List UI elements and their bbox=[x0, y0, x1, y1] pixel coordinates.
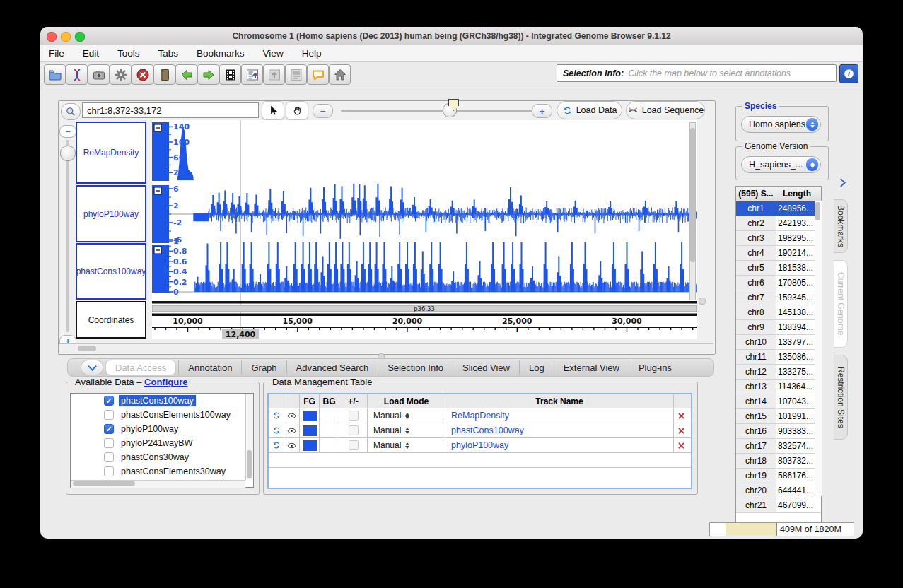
reference-book-button[interactable] bbox=[153, 64, 175, 85]
tab-sliced-view[interactable]: Sliced View bbox=[453, 360, 519, 375]
sequence-table-scrollbar[interactable] bbox=[815, 201, 822, 496]
fg-color-cell[interactable] bbox=[300, 438, 320, 452]
available-data-vscrollbar-thumb[interactable] bbox=[247, 450, 252, 478]
export-disabled-button[interactable] bbox=[263, 64, 285, 85]
track-label-phylop100way[interactable]: phyloP100way bbox=[76, 185, 146, 242]
track-label-remapdensity[interactable]: ReMapDensity bbox=[76, 122, 146, 184]
checkbox[interactable] bbox=[104, 466, 114, 476]
checkbox[interactable] bbox=[104, 452, 114, 462]
delete-track-button[interactable] bbox=[674, 423, 688, 437]
camera-button[interactable] bbox=[88, 64, 110, 85]
sequence-row-chr15[interactable]: chr15101991... bbox=[736, 409, 821, 424]
sequence-row-chr20[interactable]: chr20644441... bbox=[736, 483, 821, 498]
bg-color-cell[interactable] bbox=[320, 438, 339, 452]
refresh-track-button[interactable] bbox=[269, 438, 284, 452]
vertical-zoom-out-button[interactable]: − bbox=[59, 125, 76, 138]
dna-button[interactable] bbox=[66, 64, 88, 85]
load-mode-cell[interactable]: Manual bbox=[368, 408, 445, 423]
vertical-zoom-slider-track[interactable] bbox=[66, 140, 69, 332]
load-data-button[interactable]: Load Data bbox=[557, 101, 622, 119]
refresh-track-button[interactable] bbox=[269, 408, 284, 423]
movie-film-button[interactable] bbox=[219, 64, 241, 85]
checkbox[interactable] bbox=[349, 425, 359, 435]
sequence-row-chr5[interactable]: chr5181538... bbox=[736, 261, 821, 276]
sequence-row-chr13[interactable]: chr13114364... bbox=[736, 380, 821, 394]
range-input[interactable] bbox=[82, 102, 259, 118]
available-data-item[interactable]: phastConsElements100way bbox=[71, 408, 253, 422]
menu-tabs[interactable]: Tabs bbox=[158, 48, 179, 59]
sequence-row-chr16[interactable]: chr16903383... bbox=[736, 424, 821, 439]
stop-button[interactable] bbox=[132, 64, 153, 85]
visibility-toggle[interactable] bbox=[284, 423, 300, 437]
sequence-row-chr1[interactable]: chr1248956... bbox=[736, 201, 821, 216]
checkbox[interactable] bbox=[349, 411, 359, 421]
track-label-coordinates[interactable]: Coordinates bbox=[76, 301, 146, 339]
sequence-row-chr8[interactable]: chr8145138... bbox=[736, 305, 821, 320]
available-data-item[interactable]: phyloP241wayBW bbox=[71, 436, 253, 450]
fg-color-cell[interactable] bbox=[300, 408, 320, 423]
open-file-button[interactable] bbox=[44, 64, 66, 85]
menu-help[interactable]: Help bbox=[302, 48, 322, 59]
sequence-row-chr21[interactable]: chr21467099... bbox=[736, 498, 821, 513]
forward-arrow-button[interactable] bbox=[197, 64, 219, 85]
load-mode-cell[interactable]: Manual bbox=[368, 438, 445, 452]
bg-color-cell[interactable] bbox=[320, 423, 339, 437]
track-name-cell[interactable]: phyloP100way bbox=[445, 438, 674, 452]
plot-horizontal-scrollbar-thumb[interactable] bbox=[78, 346, 96, 351]
tab-data-access[interactable]: Data Access bbox=[106, 360, 175, 375]
sequence-row-chr14[interactable]: chr14107043... bbox=[736, 394, 821, 409]
fg-color-cell[interactable] bbox=[300, 423, 320, 437]
available-data-item[interactable]: phyloP100way bbox=[71, 422, 253, 436]
species-legend[interactable]: Species bbox=[742, 101, 779, 111]
sequence-row-chr12[interactable]: chr12133275... bbox=[736, 365, 821, 380]
splitter-handle[interactable] bbox=[699, 298, 706, 305]
visibility-toggle[interactable] bbox=[284, 438, 300, 452]
checkbox[interactable] bbox=[349, 440, 359, 450]
expand-side-tabs-button[interactable] bbox=[835, 175, 846, 189]
tab-external-view[interactable]: External View bbox=[554, 360, 629, 375]
feedback-bubble-button[interactable] bbox=[307, 64, 329, 85]
sequence-row-chr10[interactable]: chr10133797... bbox=[736, 335, 821, 350]
sequence-row-chr11[interactable]: chr11135086... bbox=[736, 350, 821, 365]
sequence-row-chr19[interactable]: chr19586176... bbox=[736, 469, 821, 483]
menu-file[interactable]: File bbox=[49, 48, 64, 59]
checkbox[interactable] bbox=[104, 424, 114, 434]
preferences-gear-button[interactable] bbox=[110, 64, 132, 85]
checkbox[interactable] bbox=[104, 438, 114, 448]
available-data-item[interactable]: phastCons100way bbox=[71, 394, 253, 408]
track-name-cell[interactable]: ReMapDensity bbox=[445, 408, 674, 423]
zoom-out-button[interactable]: − bbox=[313, 104, 333, 118]
checkbox[interactable] bbox=[104, 396, 114, 406]
available-data-item[interactable]: phastCons30way bbox=[71, 450, 253, 464]
genome-plot[interactable]: 140100602062-2-610.80.60.40.20p36.3310,0… bbox=[152, 120, 697, 339]
species-combobox[interactable]: Homo sapiens bbox=[741, 116, 821, 133]
strand-checkbox-cell[interactable] bbox=[339, 438, 368, 452]
tab-advanced-search[interactable]: Advanced Search bbox=[286, 360, 378, 375]
load-mode-cell[interactable]: Manual bbox=[368, 423, 445, 437]
menu-edit[interactable]: Edit bbox=[83, 48, 99, 59]
sequence-row-chr4[interactable]: chr4190214... bbox=[736, 246, 821, 261]
pan-mode-button[interactable] bbox=[286, 101, 308, 120]
track-name-link[interactable]: phastCons100way bbox=[451, 425, 524, 435]
load-mode-combobox[interactable]: Manual bbox=[368, 425, 445, 435]
collapse-tabs-button[interactable] bbox=[81, 360, 103, 375]
tab-graph[interactable]: Graph bbox=[241, 360, 286, 375]
side-tab-bookmarks[interactable]: Bookmarks bbox=[834, 199, 848, 253]
track-name-link[interactable]: ReMapDensity bbox=[451, 411, 509, 421]
visibility-toggle[interactable] bbox=[284, 408, 300, 423]
refresh-track-button[interactable] bbox=[269, 423, 284, 437]
tab-annotation[interactable]: Annotation bbox=[178, 360, 241, 375]
sequence-column-header[interactable]: (595) S... bbox=[736, 187, 776, 201]
sequence-row-chr3[interactable]: chr3198295... bbox=[736, 231, 821, 246]
delete-track-button[interactable] bbox=[674, 408, 688, 423]
plot-vertical-scrollbar-thumb[interactable] bbox=[690, 128, 695, 262]
genome-plot-svg[interactable]: 140100602062-2-610.80.60.40.20p36.3310,0… bbox=[152, 120, 697, 339]
genome-version-combobox[interactable]: H_sapiens_... bbox=[741, 156, 821, 173]
search-button[interactable] bbox=[61, 103, 81, 120]
tab-selection-info[interactable]: Selection Info bbox=[378, 360, 453, 375]
tab-log[interactable]: Log bbox=[519, 360, 554, 375]
plot-horizontal-scrollbar[interactable] bbox=[59, 343, 713, 353]
load-sequence-button[interactable]: Load Sequence bbox=[626, 101, 705, 119]
select-mode-button[interactable] bbox=[262, 101, 284, 120]
side-tab-current-genome[interactable]: Current Genome bbox=[834, 260, 848, 348]
